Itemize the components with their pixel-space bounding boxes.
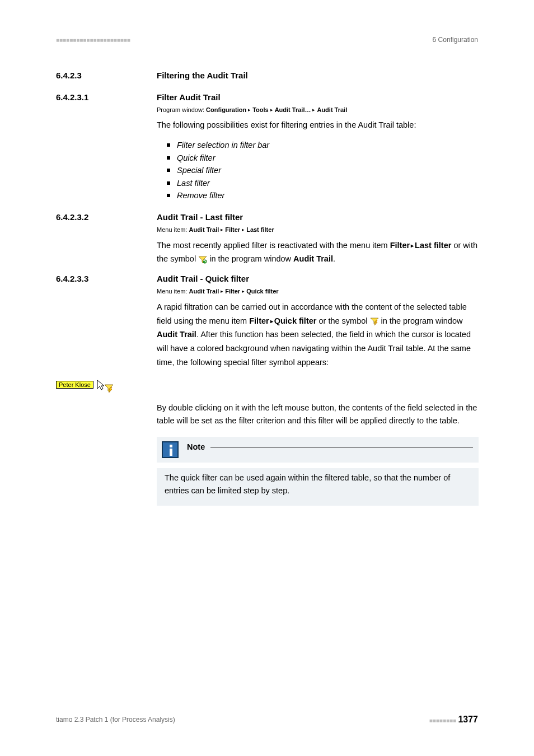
section-6-4-2-3-3: 6.4.2.3.3 Audit Trail - Quick filter [56,274,478,283]
crumb-part: Configuration [206,106,246,113]
page-header: ■■■■■■■■■■■■■■■■■■■■■■ 6 Configuration [56,36,478,44]
filter-options-list: Filter selection in filter bar Quick fil… [167,139,479,202]
crumb-part: Last filter [246,226,274,233]
crumb-part: Quick filter [246,288,278,295]
section-title: Filtering the Audit Trail [157,71,248,80]
list-item: Last filter [167,177,479,189]
section-title: Audit Trail - Last filter [157,212,243,222]
crumb-part: Audit Trail [189,226,219,233]
chevron-right-icon [240,288,246,295]
note-rule [210,447,473,447]
quick-filter-paragraph-1: A rapid filtration can be carried out in… [157,300,479,369]
breadcrumb: Program window: ConfigurationToolsAudit … [157,106,479,113]
footer-product: tiamo 2.3 Patch 1 (for Process Analysis) [56,716,175,724]
menu-path-filter: Filter [249,316,269,325]
chevron-right-icon [219,226,225,233]
section-6-4-2-3-2: 6.4.2.3.2 Audit Trail - Last filter [56,212,478,222]
header-chapter: 6 Configuration [433,36,478,44]
chevron-right-icon [410,241,415,250]
text-run: or the symbol [316,316,369,325]
list-item: Quick filter [167,152,479,164]
section-6-4-2-3-1: 6.4.2.3.1 Filter Audit Trail [56,92,478,102]
text-run: in the program window [379,316,463,325]
crumb-label: Menu item: [157,288,189,295]
crumb-part: Filter [225,288,240,295]
text-run: in the program window [207,254,293,263]
highlighted-cell-label: Peter Klose [56,381,93,389]
chevron-right-icon [246,106,252,113]
crumb-label: Program window: [157,106,206,113]
chevron-right-icon [269,316,274,325]
breadcrumb: Menu item: Audit TrailFilterLast filter [157,226,479,233]
svg-marker-6 [105,385,113,392]
svg-marker-3 [371,318,378,325]
cursor-funnel-icon [96,379,115,396]
menu-path-quick-filter: Quick filter [274,316,317,325]
text-run: . [333,254,335,263]
crumb-label: Menu item: [157,226,189,233]
crumb-part: Filter [225,226,240,233]
section-title: Filter Audit Trail [157,92,221,102]
chevron-right-icon [219,288,225,295]
chevron-right-icon [311,106,317,113]
footer-ornament: ■■■■■■■■ [429,717,456,724]
header-ornament-left: ■■■■■■■■■■■■■■■■■■■■■■ [56,37,130,43]
crumb-part: Audit Trail… [275,106,311,113]
menu-path-filter: Filter [390,241,410,250]
breadcrumb: Menu item: Audit TrailFilterQuick filter [157,288,479,295]
intro-text: The following possibilities exist for fi… [157,119,479,131]
crumb-part: Audit Trail [189,288,219,295]
list-item: Special filter [167,164,479,176]
quick-filter-funnel-lightning-icon [370,316,379,325]
last-filter-paragraph: The most recently applied filter is reac… [157,239,479,266]
text-run: . After this function has been selected,… [157,330,471,366]
note-title: Note [187,442,205,451]
crumb-part: Audit Trail [317,106,347,113]
section-title: Audit Trail - Quick filter [157,274,249,283]
svg-marker-5 [97,380,104,390]
crumb-part: Tools [252,106,269,113]
section-6-4-2-3: 6.4.2.3 Filtering the Audit Trail [56,71,478,80]
info-icon [162,441,179,458]
page-footer: tiamo 2.3 Patch 1 (for Process Analysis)… [56,715,478,725]
section-number: 6.4.2.3.1 [56,92,157,102]
chevron-right-icon [269,106,275,113]
quick-filter-paragraph-2: By double clicking on it with the left m… [157,402,479,427]
window-name-audit-trail: Audit Trail [157,330,196,339]
list-item: Filter selection in filter bar [167,139,479,151]
section-number: 6.4.2.3.2 [56,212,157,222]
section-number: 6.4.2.3.3 [56,274,157,283]
quick-filter-cursor-example: Peter Klose [56,372,478,389]
text-run: The most recently applied filter is reac… [157,241,390,250]
last-filter-funnel-icon [198,255,207,264]
chevron-right-icon [240,226,246,233]
page-number: 1377 [458,715,478,724]
note-callout: Note The quick filter can be used again … [157,437,479,506]
list-item: Remove filter [167,189,479,202]
section-number: 6.4.2.3 [56,71,157,80]
window-name-audit-trail: Audit Trail [293,254,333,263]
menu-path-last-filter: Last filter [415,241,451,250]
note-body: The quick filter can be used again withi… [157,468,479,506]
